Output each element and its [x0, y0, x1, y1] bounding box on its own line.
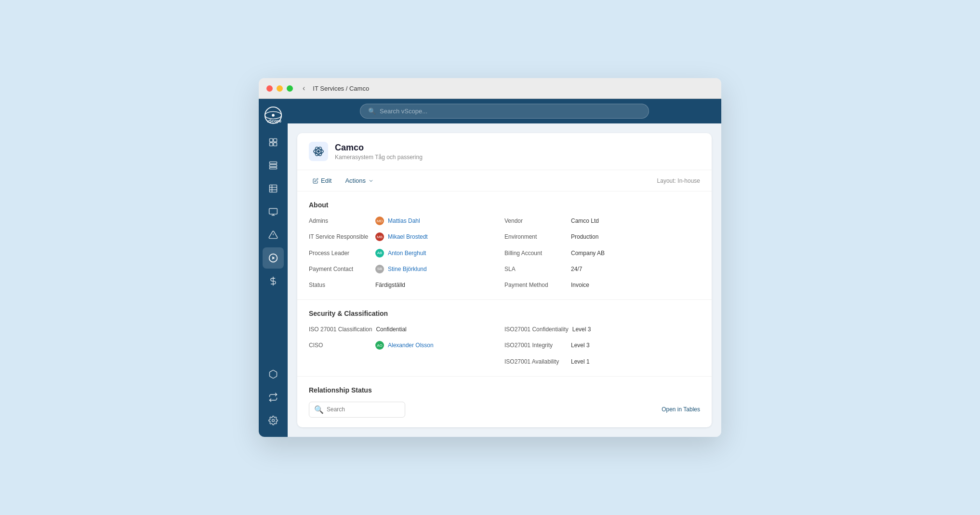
iso-class-value: Confidential	[376, 325, 406, 334]
search-icon: 🔍	[368, 108, 376, 115]
field-iso-availability: ISO27001 Availability Level 1	[504, 357, 700, 366]
relationship-toolbar: 🔍 Open in Tables	[309, 402, 700, 418]
vendor-value: Camco Ltd	[571, 217, 599, 226]
sidebar-item-screen[interactable]	[263, 201, 284, 222]
minimize-button[interactable]	[277, 85, 283, 92]
sidebar: vScope	[259, 99, 288, 437]
breadcrumb: IT Services / Camco	[313, 85, 369, 92]
app-window: ‹ IT Services / Camco vScope	[259, 78, 721, 437]
service-card: Camco Kamerasystem Tåg och passering Edi…	[297, 133, 712, 427]
sidebar-item-dashboard[interactable]	[263, 155, 284, 176]
iso-conf-value: Level 3	[572, 325, 591, 334]
sla-label: SLA	[504, 265, 567, 274]
sidebar-item-play[interactable]	[263, 247, 284, 269]
open-tables-button[interactable]: Open in Tables	[662, 406, 700, 413]
admins-avatar: MD	[375, 217, 384, 225]
iso-integ-value: Level 3	[571, 341, 590, 350]
search-rel-icon: 🔍	[314, 405, 324, 414]
security-left: ISO 27001 Classification Confidential CI…	[309, 325, 504, 366]
field-ciso: CISO AO Alexander Olsson	[309, 341, 504, 350]
sidebar-item-tables[interactable]	[263, 178, 284, 199]
about-section: About Admins MD Mattias Dahl IT Se	[297, 191, 712, 300]
vendor-label: Vendor	[504, 217, 567, 226]
security-section: Security & Classification ISO 27001 Clas…	[297, 300, 712, 377]
field-iso-classification: ISO 27001 Classification Confidential	[309, 325, 504, 334]
field-iso-integrity: ISO27001 Integrity Level 3	[504, 341, 700, 350]
traffic-lights	[266, 85, 293, 92]
status-value: Färdigställd	[375, 281, 405, 290]
actions-button[interactable]: Actions	[341, 175, 378, 186]
sidebar-item-integrations[interactable]	[263, 387, 284, 408]
process-leader-label: Process Leader	[309, 249, 371, 258]
payment-method-label: Payment Method	[504, 281, 567, 290]
maximize-button[interactable]	[287, 85, 293, 92]
sidebar-item-settings[interactable]	[263, 410, 284, 431]
payment-contact-value[interactable]: Stine Björklund	[388, 265, 427, 274]
environment-value: Production	[571, 232, 598, 242]
svg-rect-10	[270, 167, 277, 169]
field-payment-method: Payment Method Invoice	[504, 281, 700, 290]
svg-text:vScope: vScope	[267, 119, 282, 123]
about-fields: Admins MD Mattias Dahl IT Service Respon…	[309, 217, 700, 290]
iso-class-label: ISO 27001 Classification	[309, 325, 372, 334]
svg-rect-9	[270, 165, 277, 167]
svg-rect-11	[270, 185, 277, 192]
security-title: Security & Classification	[309, 310, 700, 317]
field-sla: SLA 24/7	[504, 265, 700, 274]
content-area: Camco Kamerasystem Tåg och passering Edi…	[288, 123, 721, 437]
svg-marker-21	[272, 257, 275, 260]
about-title: About	[309, 201, 700, 209]
main-content: 🔍	[288, 99, 721, 437]
relationship-search-input[interactable]	[327, 406, 400, 413]
admins-value[interactable]: Mattias Dahl	[388, 217, 420, 226]
search-bar[interactable]: 🔍	[360, 104, 649, 119]
close-button[interactable]	[266, 85, 273, 92]
security-fields: ISO 27001 Classification Confidential CI…	[309, 325, 700, 366]
security-right: ISO27001 Confidentiality Level 3 ISO2700…	[504, 325, 700, 366]
svg-point-27	[318, 150, 319, 152]
svg-point-23	[272, 419, 275, 421]
ciso-label: CISO	[309, 341, 371, 350]
field-vendor: Vendor Camco Ltd	[504, 217, 700, 226]
back-button[interactable]: ‹	[303, 84, 305, 93]
payment-contact-avatar: SB	[375, 265, 384, 273]
payment-method-value: Invoice	[571, 281, 589, 290]
svg-rect-5	[274, 139, 277, 142]
field-payment-contact: Payment Contact SB Stine Björklund	[309, 265, 504, 274]
search-input[interactable]	[380, 108, 641, 115]
sidebar-item-analytics[interactable]	[263, 364, 284, 385]
sidebar-item-alerts[interactable]	[263, 224, 284, 245]
svg-rect-6	[270, 143, 273, 146]
svg-rect-15	[269, 209, 278, 215]
it-service-avatar: MB	[375, 232, 384, 241]
field-iso-confidentiality: ISO27001 Confidentiality Level 3	[504, 325, 700, 334]
about-right: Vendor Camco Ltd Environment Production …	[504, 217, 700, 290]
it-service-value[interactable]: Mikael Brostedt	[388, 232, 428, 242]
app-layout: vScope	[259, 99, 721, 437]
ciso-value[interactable]: Alexander Olsson	[388, 341, 434, 350]
svg-point-2	[272, 114, 275, 117]
service-subtitle: Kamerasystem Tåg och passering	[335, 154, 423, 161]
relationship-search[interactable]: 🔍	[309, 402, 405, 418]
field-billing-account: Billing Account Company AB	[504, 249, 700, 258]
sidebar-item-billing[interactable]	[263, 271, 284, 292]
relationship-title: Relationship Status	[309, 386, 700, 394]
titlebar: ‹ IT Services / Camco	[259, 78, 721, 99]
sidebar-item-pages[interactable]	[263, 132, 284, 153]
process-leader-avatar: AB	[375, 249, 384, 258]
environment-label: Environment	[504, 232, 567, 242]
field-it-service: IT Service Responsible MB Mikael Brosted…	[309, 232, 504, 242]
about-left: Admins MD Mattias Dahl IT Service Respon…	[309, 217, 504, 290]
toolbar: Edit Actions Layout: In-house	[297, 170, 712, 191]
service-icon	[309, 142, 328, 161]
iso-conf-label: ISO27001 Confidentiality	[504, 325, 569, 334]
relationship-section: Relationship Status 🔍 Open in Tables	[297, 377, 712, 427]
edit-button[interactable]: Edit	[309, 175, 335, 186]
svg-rect-8	[270, 162, 277, 164]
it-service-label: IT Service Responsible	[309, 232, 371, 242]
iso-avail-value: Level 1	[571, 357, 590, 366]
field-process-leader: Process Leader AB Anton Berghult	[309, 249, 504, 258]
logo[interactable]: vScope	[263, 105, 284, 126]
process-leader-value[interactable]: Anton Berghult	[388, 249, 426, 258]
field-environment: Environment Production	[504, 232, 700, 242]
